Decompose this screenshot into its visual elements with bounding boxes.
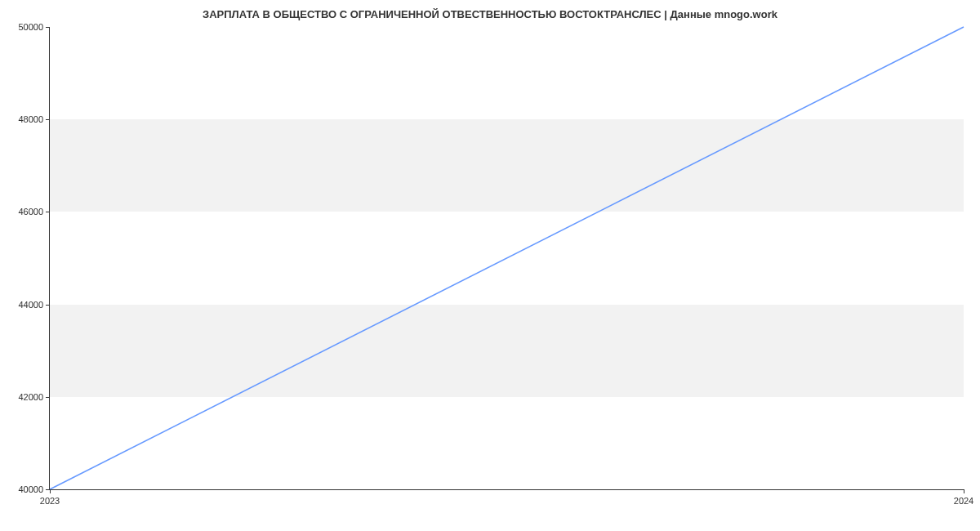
chart-title: ЗАРПЛАТА В ОБЩЕСТВО С ОГРАНИЧЕННОЙ ОТВЕС… [0, 0, 980, 25]
y-tick-mark [46, 119, 50, 120]
chart-line-svg [50, 27, 964, 489]
y-tick-label: 44000 [18, 300, 43, 310]
x-tick-label: 2024 [954, 496, 973, 506]
y-tick-mark [46, 305, 50, 306]
y-tick-label: 48000 [18, 114, 43, 124]
y-tick-mark [46, 212, 50, 212]
x-tick-label: 2023 [40, 496, 60, 506]
plot-wrapper: 40000420004400046000480005000020232024 [49, 27, 964, 490]
y-tick-label: 40000 [18, 484, 43, 494]
x-tick-mark [964, 489, 964, 493]
x-tick-mark [50, 489, 51, 493]
y-tick-mark [46, 27, 50, 28]
plot-area: 40000420004400046000480005000020232024 [49, 27, 964, 490]
data-line [50, 27, 964, 489]
y-tick-label: 46000 [18, 207, 43, 216]
chart-container: ЗАРПЛАТА В ОБЩЕСТВО С ОГРАНИЧЕННОЙ ОТВЕС… [0, 0, 980, 531]
y-tick-mark [46, 397, 50, 398]
y-tick-label: 50000 [18, 22, 43, 32]
y-tick-label: 42000 [18, 392, 43, 402]
